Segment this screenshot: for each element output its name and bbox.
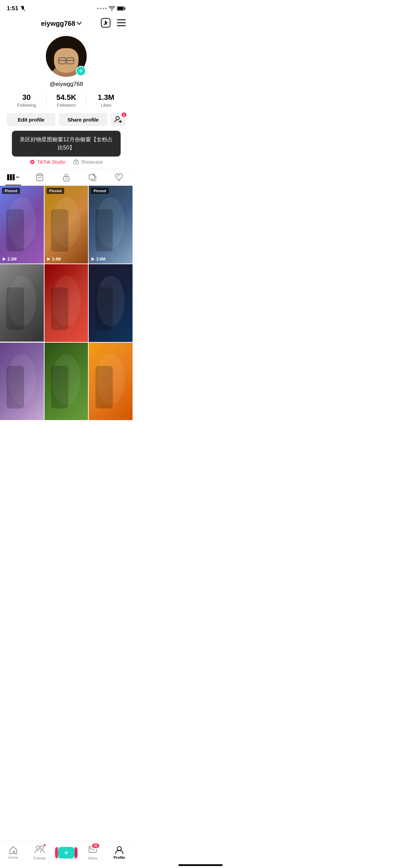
showcase-icon (73, 159, 79, 165)
tooltip-overlay: 美区好物星图橱窗12月份橱窗【女粉占比50】 (7, 131, 126, 157)
svg-rect-6 (117, 22, 126, 23)
edit-profile-button[interactable]: Edit profile (7, 113, 55, 126)
svg-rect-2 (125, 7, 126, 10)
header-icons (101, 18, 126, 29)
svg-rect-16 (10, 174, 12, 180)
video-item[interactable]: Pinned2.3M (0, 186, 44, 264)
status-bar: 1:51 (0, 0, 133, 15)
username-dropdown[interactable]: eiywgg768 (41, 20, 81, 28)
heart-icon (115, 173, 124, 181)
showcase-link[interactable]: Showcase (73, 159, 103, 165)
battery-icon (117, 6, 126, 11)
content-tabs (0, 169, 133, 186)
tab-videos[interactable] (0, 169, 27, 185)
tab-shop[interactable] (27, 169, 53, 185)
repost-icon (88, 173, 97, 181)
avatar[interactable]: + (46, 36, 87, 77)
svg-rect-17 (13, 174, 15, 180)
tiktok-studio-link[interactable]: TikTok Studio (30, 159, 66, 165)
svg-rect-5 (117, 19, 126, 20)
add-person-icon (115, 116, 122, 123)
wifi-icon (109, 6, 115, 11)
tooltip-text: 美区好物星图橱窗12月份橱窗【女粉占比50】 (20, 137, 113, 150)
tooltip-box: 美区好物星图橱窗12月份橱窗【女粉占比50】 (12, 131, 121, 157)
followers-count: 54.5K (56, 93, 76, 102)
svg-rect-7 (117, 25, 126, 26)
likes-label: Likes (101, 103, 111, 108)
status-icons (97, 6, 126, 11)
svg-rect-3 (118, 7, 124, 10)
video-item[interactable] (0, 264, 44, 342)
profile-links: TikTok Studio Showcase (30, 159, 103, 165)
username-label: eiywgg768 (41, 20, 75, 28)
grid-filter-icon (7, 174, 15, 180)
add-friends-button[interactable]: 1 (111, 113, 126, 126)
video-item[interactable] (0, 343, 44, 420)
video-item[interactable] (89, 343, 133, 420)
svg-point-14 (76, 162, 77, 163)
chevron-down-icon (77, 22, 82, 25)
video-item[interactable] (45, 264, 88, 342)
tab-reposts[interactable] (80, 169, 106, 185)
action-buttons: Edit profile Share profile 1 (7, 113, 126, 126)
filter-chevron-icon (16, 176, 19, 179)
menu-button[interactable] (117, 19, 126, 28)
studio-icon (30, 159, 35, 165)
studio-label: TikTok Studio (37, 159, 66, 165)
video-item[interactable]: Pinned3.4M (45, 186, 88, 264)
showcase-label: Showcase (81, 159, 103, 165)
lock-icon (63, 173, 70, 181)
silent-icon (20, 6, 25, 11)
status-time: 1:51 (7, 5, 18, 12)
svg-point-8 (116, 116, 119, 120)
profile-section: + @eiywgg768 30 Following 54.5K Follower… (0, 33, 133, 166)
share-profile-button[interactable]: Share profile (59, 113, 107, 126)
notification-badge: 1 (121, 112, 127, 118)
followers-label: Followers (57, 103, 76, 108)
profile-handle: @eiywgg768 (50, 81, 83, 88)
svg-rect-15 (7, 174, 9, 180)
following-label: Following (17, 103, 36, 108)
add-avatar-button[interactable]: + (76, 66, 86, 76)
following-stat[interactable]: 30 Following (7, 93, 46, 108)
tab-locked[interactable] (53, 169, 80, 185)
likes-count: 1.3M (98, 93, 115, 102)
followers-stat[interactable]: 54.5K Followers (47, 93, 86, 108)
stats-row: 30 Following 54.5K Followers 1.3M Likes (7, 93, 126, 108)
star-inbox-button[interactable] (101, 18, 111, 29)
tab-liked[interactable] (106, 169, 133, 185)
likes-stat[interactable]: 1.3M Likes (86, 93, 126, 108)
video-item[interactable]: Pinned3.6M (89, 186, 133, 264)
svg-point-20 (66, 178, 67, 179)
following-count: 30 (22, 93, 31, 102)
signal-icon (97, 8, 107, 9)
video-item[interactable] (45, 343, 88, 420)
video-grid: Pinned2.3MPinned3.4MPinned3.6M (0, 186, 133, 420)
header: eiywgg768 (0, 15, 133, 33)
video-item[interactable] (89, 264, 133, 342)
shop-icon (36, 173, 44, 181)
